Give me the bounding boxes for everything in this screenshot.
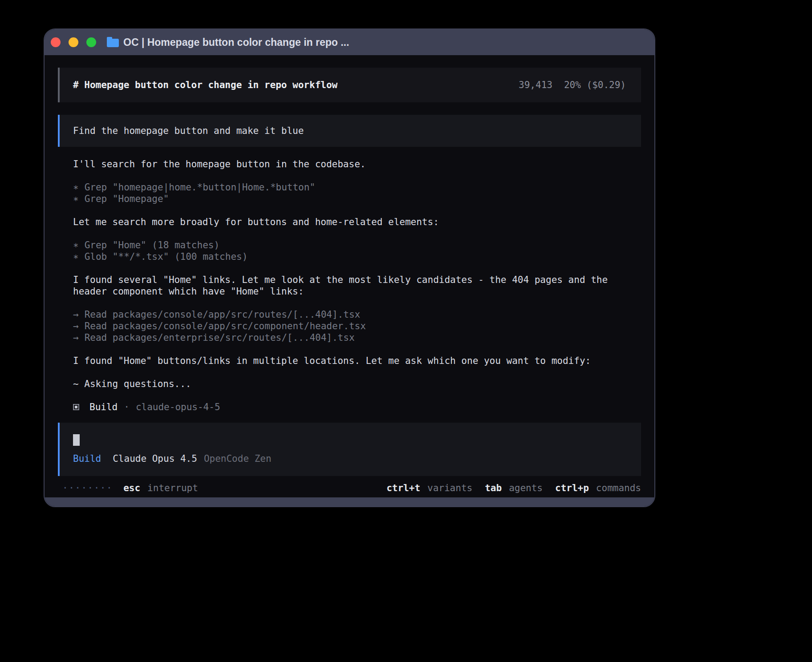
session-stats: 39,413 20% ($0.29) <box>519 79 626 91</box>
prompt-input[interactable]: Build Claude Opus 4.5 OpenCode Zen <box>58 423 641 476</box>
hint-key: esc <box>123 483 140 493</box>
asterisk-icon: ∗ <box>73 239 79 251</box>
text-cursor <box>73 434 80 446</box>
tool-call-group: ∗Grep "homepage|home.*button|Home.*butto… <box>73 182 641 205</box>
user-message-text: Find the homepage button and make it blu… <box>73 125 304 137</box>
hint-key: ctrl+t <box>386 483 420 493</box>
tool-call-line: ∗Grep "Home" (18 matches) <box>73 239 641 251</box>
status-bar-right: ctrl+tvariants tabagents ctrl+pcommands <box>386 482 641 494</box>
hint-variants: ctrl+tvariants <box>386 482 472 494</box>
arrow-icon: → <box>73 320 79 332</box>
terminal-window: OC | Homepage button color change in rep… <box>44 28 655 507</box>
asterisk-icon: ∗ <box>73 193 79 205</box>
agent-model: claude-opus-4-5 <box>136 401 220 413</box>
tool-call-text: Grep "Home" (18 matches) <box>85 240 219 250</box>
progress-dots: ········ <box>62 482 113 494</box>
zoom-window-button[interactable] <box>86 37 96 47</box>
assistant-transcript: I'll search for the homepage button in t… <box>58 158 641 423</box>
hint-label: agents <box>509 483 543 493</box>
agent-icon <box>73 404 79 410</box>
tool-call-text: Read packages/console/app/src/component/… <box>85 321 366 331</box>
tool-call-text: Read packages/console/app/src/routes/[..… <box>85 309 361 320</box>
input-meta: Build Claude Opus 4.5 OpenCode Zen <box>73 453 628 464</box>
context-usage: 20% ($0.29) <box>564 79 626 91</box>
tool-call-text: Grep "Homepage" <box>85 194 169 204</box>
separator-dot: · <box>124 401 130 413</box>
asterisk-icon: ∗ <box>73 182 79 193</box>
tool-call-line: ∗Glob "**/*.tsx" (100 matches) <box>73 251 641 262</box>
status-bar: ········ escinterrupt ctrl+tvariants tab… <box>58 481 641 495</box>
tool-call-line: →Read packages/console/app/src/routes/[.… <box>73 309 641 320</box>
input-provider-label: OpenCode Zen <box>204 453 272 464</box>
agent-name: Build <box>89 401 118 413</box>
tool-call-line: ∗Grep "Homepage" <box>73 193 641 205</box>
activity-status: ~ Asking questions... <box>73 378 641 390</box>
hint-interrupt: escinterrupt <box>123 482 198 494</box>
arrow-icon: → <box>73 309 79 320</box>
tool-call-group: ∗Grep "Home" (18 matches) ∗Glob "**/*.ts… <box>73 239 641 262</box>
desktop-background: OC | Homepage button color change in rep… <box>0 0 812 662</box>
window-footer <box>45 497 654 506</box>
window-title: OC | Homepage button color change in rep… <box>123 36 349 48</box>
assistant-message: Let me search more broadly for buttons a… <box>73 216 641 228</box>
hint-agents: tabagents <box>485 482 543 494</box>
tool-call-group: →Read packages/console/app/src/routes/[.… <box>73 309 641 343</box>
input-model-label: Claude Opus 4.5 <box>113 453 197 464</box>
session-title: # Homepage button color change in repo w… <box>73 79 337 91</box>
agent-badge: Build · claude-opus-4-5 <box>73 401 641 413</box>
assistant-message: I'll search for the homepage button in t… <box>73 158 641 170</box>
close-window-button[interactable] <box>51 37 61 47</box>
hint-label: interrupt <box>147 483 198 493</box>
hint-key: ctrl+p <box>555 483 589 493</box>
window-titlebar: OC | Homepage button color change in rep… <box>45 29 654 55</box>
hint-label: commands <box>596 483 641 493</box>
terminal-content: # Homepage button color change in repo w… <box>45 55 654 497</box>
hint-key: tab <box>485 483 502 493</box>
input-mode-label: Build <box>73 453 101 464</box>
user-message: Find the homepage button and make it blu… <box>58 115 641 147</box>
tool-call-text: Grep "homepage|home.*button|Home.*button… <box>85 182 315 193</box>
folder-icon <box>107 39 119 47</box>
tool-call-text: Read packages/enterprise/src/routes/[...… <box>85 332 355 343</box>
assistant-message: I found "Home" buttons/links in multiple… <box>73 355 641 367</box>
arrow-icon: → <box>73 332 79 343</box>
tool-call-line: ∗Grep "homepage|home.*button|Home.*butto… <box>73 182 641 193</box>
agent-icon-dot <box>75 406 77 408</box>
token-count: 39,413 <box>519 79 552 91</box>
session-header: # Homepage button color change in repo w… <box>58 68 641 102</box>
asterisk-icon: ∗ <box>73 251 79 262</box>
minimize-window-button[interactable] <box>69 37 78 47</box>
hint-commands: ctrl+pcommands <box>555 482 641 494</box>
tool-call-line: →Read packages/enterprise/src/routes/[..… <box>73 332 641 343</box>
hint-label: variants <box>427 483 472 493</box>
traffic-lights <box>51 37 96 47</box>
tool-call-line: →Read packages/console/app/src/component… <box>73 320 641 332</box>
assistant-message: I found several "Home" links. Let me loo… <box>73 274 641 297</box>
tool-call-text: Glob "**/*.tsx" (100 matches) <box>85 251 248 262</box>
